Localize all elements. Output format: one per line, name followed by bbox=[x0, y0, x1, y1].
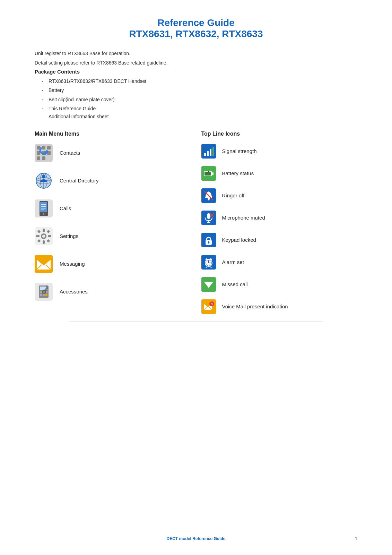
messaging-icon bbox=[35, 255, 53, 273]
menu-item-central-directory: Central Directory bbox=[35, 172, 191, 190]
two-column-section: Main Menu Items bbox=[35, 131, 357, 322]
svg-rect-53 bbox=[207, 151, 209, 156]
intro: Unit register to RTX8663 Base for operat… bbox=[35, 50, 357, 67]
top-line-icons-title: Top Line Icons bbox=[201, 131, 358, 137]
calls-icon bbox=[35, 199, 53, 217]
alarm-set-label: Alarm set bbox=[222, 259, 244, 265]
signal-strength-label: Signal strength bbox=[222, 148, 257, 154]
svg-rect-2 bbox=[42, 146, 45, 150]
svg-point-20 bbox=[43, 213, 45, 215]
top-line-icons-section: Top Line Icons Signal strength bbox=[198, 131, 358, 322]
main-menu-section: Main Menu Items bbox=[35, 131, 198, 322]
top-icon-battery: Battery status bbox=[201, 166, 358, 181]
voicemail-label: Voice Mail present indication bbox=[222, 304, 288, 309]
menu-item-messaging: Messaging bbox=[35, 255, 191, 273]
title-line1: Reference Guide bbox=[35, 17, 357, 28]
footer: DECT model Reference Guide bbox=[0, 536, 392, 541]
top-icon-missed: Missed call bbox=[201, 277, 358, 292]
alarm-set-icon bbox=[201, 255, 216, 270]
messaging-label: Messaging bbox=[60, 261, 85, 267]
main-menu-title: Main Menu Items bbox=[35, 131, 191, 137]
svg-point-50 bbox=[42, 290, 46, 294]
svg-rect-8 bbox=[42, 156, 45, 160]
footer-divider bbox=[69, 322, 323, 322]
menu-item-calls: Calls bbox=[35, 199, 191, 217]
signal-strength-icon bbox=[201, 144, 216, 159]
svg-point-27 bbox=[42, 235, 45, 238]
svg-rect-74 bbox=[208, 242, 209, 244]
svg-rect-59 bbox=[204, 172, 211, 176]
menu-item-accessories: Accessories bbox=[35, 283, 191, 301]
keypad-locked-label: Keypad locked bbox=[222, 237, 256, 243]
ringer-off-icon bbox=[201, 188, 216, 203]
page: Reference Guide RTX8631, RTX8632, RTX863… bbox=[0, 0, 392, 555]
svg-point-82 bbox=[210, 258, 212, 261]
footer-label: DECT model Reference Guide bbox=[166, 536, 225, 541]
voicemail-icon: 3 bbox=[201, 299, 216, 314]
missed-call-icon bbox=[201, 277, 216, 292]
svg-rect-66 bbox=[207, 213, 210, 219]
missed-call-label: Missed call bbox=[222, 281, 248, 287]
package-list: RTX8631/RTX8632/RTX8633 DECT Handset Bat… bbox=[35, 77, 357, 120]
page-number: 1 bbox=[355, 536, 357, 541]
package-contents-section: Package Contents RTX8631/RTX8632/RTX8633… bbox=[35, 69, 357, 120]
contacts-icon bbox=[35, 144, 53, 162]
svg-rect-47 bbox=[40, 294, 42, 296]
intro-line1: Unit register to RTX8663 Base for operat… bbox=[35, 50, 357, 57]
list-item: This Reference GuideAdditional Informati… bbox=[42, 105, 357, 120]
top-icon-alarm: Alarm set bbox=[201, 255, 358, 270]
svg-text:3: 3 bbox=[211, 302, 212, 306]
menu-item-settings: Settings bbox=[35, 227, 191, 245]
svg-rect-60 bbox=[208, 171, 209, 172]
list-item: Battery bbox=[42, 86, 357, 94]
top-icon-signal: Signal strength bbox=[201, 144, 358, 159]
top-icon-voicemail: 3 Voice Mail present indication bbox=[201, 299, 358, 314]
central-directory-label: Central Directory bbox=[60, 178, 99, 183]
top-icon-keypad: Keypad locked bbox=[201, 233, 358, 247]
svg-rect-3 bbox=[47, 146, 51, 150]
battery-status-icon bbox=[201, 166, 216, 181]
central-directory-icon bbox=[35, 172, 53, 190]
battery-status-label: Battery status bbox=[222, 170, 254, 176]
svg-rect-52 bbox=[204, 153, 206, 156]
svg-rect-30 bbox=[36, 235, 40, 237]
svg-rect-29 bbox=[43, 240, 45, 244]
svg-rect-28 bbox=[43, 229, 45, 232]
svg-rect-44 bbox=[40, 291, 42, 293]
contacts-label: Contacts bbox=[60, 150, 80, 156]
header: Reference Guide RTX8631, RTX8632, RTX863… bbox=[35, 17, 357, 40]
settings-label: Settings bbox=[60, 233, 78, 239]
svg-point-81 bbox=[206, 258, 208, 261]
microphone-muted-label: Microphone muted bbox=[222, 215, 265, 221]
list-item: RTX8631/RTX8632/RTX8633 DECT Handset bbox=[42, 77, 357, 85]
svg-rect-54 bbox=[210, 149, 211, 156]
settings-icon bbox=[35, 227, 53, 245]
svg-rect-48 bbox=[43, 294, 45, 296]
svg-rect-31 bbox=[48, 235, 51, 237]
package-contents-title: Package Contents bbox=[35, 69, 357, 75]
ringer-off-label: Ringer off bbox=[222, 193, 245, 198]
keypad-locked-icon bbox=[201, 233, 216, 247]
svg-rect-55 bbox=[212, 147, 214, 156]
top-icon-mic: Microphone muted bbox=[201, 211, 358, 225]
svg-point-15 bbox=[42, 175, 45, 178]
svg-rect-49 bbox=[45, 294, 47, 296]
svg-rect-58 bbox=[212, 172, 214, 175]
menu-item-contacts: Contacts bbox=[35, 144, 191, 162]
calls-label: Calls bbox=[60, 205, 71, 211]
svg-rect-19 bbox=[40, 202, 47, 212]
intro-line2: Detail setting please refer to RTX8663 B… bbox=[35, 59, 357, 67]
svg-point-63 bbox=[208, 198, 209, 200]
top-icon-ringer: Ringer off bbox=[201, 188, 358, 203]
title-line2: RTX8631, RTX8632, RTX8633 bbox=[35, 28, 357, 40]
microphone-muted-icon bbox=[201, 211, 216, 225]
svg-rect-7 bbox=[37, 156, 40, 160]
list-item: Belt clip(incl.name plate cover) bbox=[42, 96, 357, 103]
accessories-icon bbox=[35, 283, 53, 301]
accessories-label: Accessories bbox=[60, 289, 88, 294]
svg-rect-87 bbox=[204, 282, 213, 282]
